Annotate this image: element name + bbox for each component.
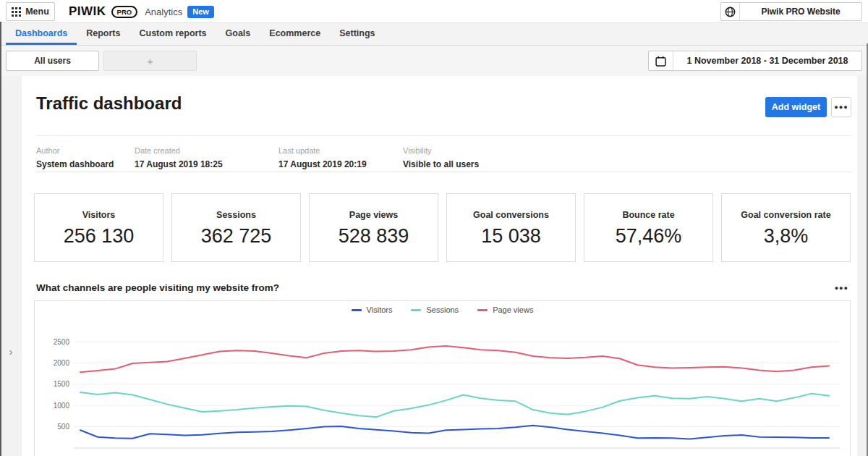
globe-icon (725, 7, 736, 17)
meta-label: Author (36, 146, 135, 155)
kpi-value: 528 839 (339, 225, 409, 248)
kpi-label: Sessions (216, 210, 256, 220)
kpi-card-goal-conversion-rate[interactable]: Goal conversion rate 3,8% (721, 193, 851, 262)
chart-line-sessions (80, 392, 829, 417)
brand-name: PIWIK (69, 4, 106, 19)
svg-text:2000: 2000 (54, 359, 70, 367)
product-name: Analytics (145, 7, 182, 17)
traffic-chart-svg[interactable]: 5001000150020002500 (35, 301, 850, 456)
meta-value: 17 August 2019 18:25 (135, 159, 278, 169)
traffic-chart-card: VisitorsSessionsPage views 5001000150020… (34, 300, 851, 456)
kpi-card-sessions[interactable]: Sessions 362 725 (171, 193, 301, 262)
add-widget-button[interactable]: Add widget (765, 97, 827, 117)
meta-visibility: Visibility Visible to all users (403, 146, 851, 169)
meta-value: 17 August 2019 20:19 (278, 159, 403, 169)
widget-header: What channels are people visiting my web… (36, 282, 851, 293)
dashboard-meta: Author System dashboard Date created 17 … (36, 135, 851, 169)
meta-date-created: Date created 17 August 2019 18:25 (135, 146, 278, 169)
meta-label: Date created (135, 146, 278, 155)
kpi-value: 256 130 (64, 225, 135, 248)
calendar-icon (655, 56, 666, 67)
chart-line-visitors (80, 426, 829, 439)
tab-custom-reports[interactable]: Custom reports (129, 23, 216, 45)
kpi-card-bounce-rate[interactable]: Bounce rate 57,46% (584, 193, 713, 262)
dashboard-panel: Traffic dashboard Add widget ●●● Author … (22, 76, 857, 456)
main-nav: Dashboards Reports Custom reports Goals … (0, 23, 868, 46)
tab-goals[interactable]: Goals (216, 23, 260, 45)
top-bar: Menu PIWIK PRO Analytics New Piwik PRO W… (0, 0, 868, 23)
divider (36, 172, 851, 172)
meta-value: Visible to all users (403, 159, 851, 169)
menu-button[interactable]: Menu (6, 2, 55, 21)
date-range-label: 1 November 2018 - 31 December 2018 (673, 51, 861, 70)
kpi-label: Goal conversion rate (741, 210, 830, 220)
widget-title: What channels are people visiting my web… (36, 282, 279, 293)
new-badge: New (187, 6, 214, 18)
menu-label: Menu (25, 7, 49, 17)
segment-all-users-button[interactable]: All users (6, 51, 99, 71)
svg-text:2500: 2500 (54, 338, 70, 346)
kpi-row: Visitors 256 130 Sessions 362 725 Page v… (34, 193, 851, 262)
kpi-value: 362 725 (201, 225, 272, 248)
calendar-cell[interactable] (649, 51, 673, 70)
date-range-picker[interactable]: 1 November 2018 - 31 December 2018 (648, 51, 862, 71)
svg-text:500: 500 (57, 423, 69, 431)
tab-settings[interactable]: Settings (330, 23, 384, 45)
kpi-card-page-views[interactable]: Page views 528 839 (309, 193, 438, 262)
chart-line-page-views (80, 346, 829, 372)
svg-text:1500: 1500 (54, 380, 70, 388)
tab-ecommerce[interactable]: Ecommerce (260, 23, 330, 45)
widget-more-button[interactable]: ●●● (832, 283, 851, 293)
filter-bar: All users + 1 November 2018 - 31 Decembe… (0, 46, 868, 76)
meta-value: System dashboard (36, 159, 135, 169)
meta-last-update: Last update 17 August 2019 20:19 (278, 146, 403, 169)
brand-logo: PIWIK PRO Analytics New (69, 0, 214, 23)
meta-author: Author System dashboard (36, 146, 135, 169)
kpi-label: Page views (349, 210, 398, 220)
site-selector-group: Piwik PRO Website (720, 2, 862, 21)
globe-button[interactable] (721, 3, 740, 20)
left-gutter: › (0, 76, 22, 456)
add-segment-button[interactable]: + (103, 51, 197, 71)
kpi-label: Goal conversions (473, 210, 549, 220)
kpi-card-visitors[interactable]: Visitors 256 130 (34, 193, 163, 262)
svg-text:1000: 1000 (54, 402, 70, 410)
screenshot-left-edge (0, 22, 1, 456)
kpi-value: 3,8% (764, 225, 809, 248)
site-selector-button[interactable]: Piwik PRO Website (740, 3, 861, 20)
meta-label: Visibility (403, 146, 851, 155)
kpi-value: 15 038 (481, 225, 541, 248)
kpi-card-goal-conversions[interactable]: Goal conversions 15 038 (446, 193, 576, 262)
collapse-chevron-icon[interactable]: › (4, 345, 17, 358)
dashboard-more-button[interactable]: ●●● (831, 97, 851, 117)
kpi-label: Visitors (82, 210, 116, 220)
kpi-value: 57,46% (616, 225, 682, 248)
tab-reports[interactable]: Reports (77, 23, 129, 45)
grid-menu-icon (12, 7, 21, 17)
page-title: Traffic dashboard (36, 93, 182, 114)
brand-pro-pill: PRO (111, 6, 138, 18)
tab-dashboards[interactable]: Dashboards (6, 23, 77, 45)
kpi-label: Bounce rate (622, 210, 674, 220)
meta-label: Last update (278, 146, 403, 155)
